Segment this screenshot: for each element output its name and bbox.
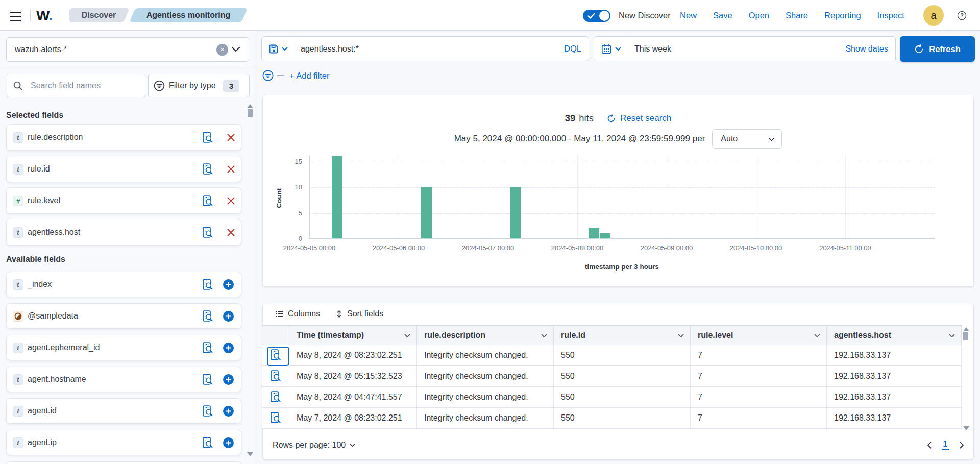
visualize-field-button[interactable]	[203, 163, 213, 178]
refresh-button[interactable]: Refresh	[900, 36, 975, 62]
index-pattern-select[interactable]: wazuh-alerts-* ✕	[6, 37, 249, 62]
add-field-button[interactable]	[223, 343, 234, 355]
columns-button[interactable]: Columns	[276, 307, 320, 320]
histogram-bar[interactable]	[421, 187, 432, 238]
expand-document-button[interactable]	[262, 366, 289, 386]
expand-document-button[interactable]	[262, 387, 289, 407]
nav-link-inspect[interactable]: Inspect	[877, 11, 904, 20]
add-field-button[interactable]	[223, 374, 234, 387]
visualize-field-button[interactable]	[203, 227, 213, 241]
visualize-field-button[interactable]	[203, 405, 213, 420]
expand-document-button[interactable]	[262, 408, 289, 428]
previous-page-button[interactable]	[926, 441, 933, 449]
remove-field-button[interactable]	[227, 197, 235, 207]
histogram-bar[interactable]	[600, 233, 610, 238]
menu-hamburger-button[interactable]	[8, 10, 22, 22]
query-language-button[interactable]: DQL	[564, 37, 581, 61]
remove-field-button[interactable]	[227, 133, 235, 144]
index-pattern-clear-button[interactable]: ✕	[216, 44, 228, 56]
query-input[interactable]: agentless.host:*	[301, 37, 359, 61]
field-card-@sampledata[interactable]: @sampledata	[6, 303, 241, 329]
table-header-cell-rule-description[interactable]: rule.description	[417, 326, 554, 345]
next-page-button[interactable]	[958, 441, 965, 449]
field-card-agent.hostname[interactable]: tagent.hostname	[6, 367, 241, 392]
table-header-cell-agentless-host[interactable]: agentless.host	[827, 326, 962, 345]
field-card-rule.id[interactable]: trule.id	[6, 156, 241, 182]
field-search-input[interactable]	[31, 75, 140, 96]
nav-link-share[interactable]: Share	[786, 11, 808, 20]
table-header-cell-rule-level[interactable]: rule.level	[691, 326, 827, 345]
column-menu-chevron-icon[interactable]	[404, 334, 410, 338]
column-menu-chevron-icon[interactable]	[814, 334, 820, 338]
wazuh-logo[interactable]: W.	[36, 8, 53, 23]
column-menu-chevron-icon[interactable]	[541, 334, 547, 338]
nav-link-open[interactable]: Open	[749, 11, 769, 20]
histogram-chart[interactable]: 0510152024-05-05 00:002024-05-06 00:0020…	[309, 156, 935, 239]
field-card-rule.level[interactable]: #rule.level	[6, 187, 241, 214]
table-scroll-up-arrow[interactable]	[963, 327, 969, 331]
histogram-bar[interactable]	[510, 187, 521, 238]
field-card-agent.id[interactable]: tagent.id	[6, 398, 241, 424]
add-field-button[interactable]	[223, 406, 234, 419]
chevron-down-icon[interactable]	[231, 46, 240, 52]
filter-by-type-button[interactable]: Filter by type 3	[148, 74, 250, 97]
date-picker-calendar-button[interactable]	[594, 37, 628, 61]
visualize-field-button[interactable]	[203, 195, 213, 209]
new-discover-toggle[interactable]	[583, 10, 610, 22]
field-type-badge-string: t	[13, 279, 23, 290]
visualize-field-button[interactable]	[203, 437, 213, 451]
breadcrumb-label: Agentless monitoring	[132, 8, 244, 22]
nav-link-reporting[interactable]: Reporting	[824, 11, 861, 20]
filter-menu-button[interactable]	[262, 70, 274, 83]
field-card-partial[interactable]	[6, 461, 241, 464]
add-field-button[interactable]	[223, 311, 234, 324]
table-header-cell-rule-id[interactable]: rule.id	[554, 326, 691, 345]
visualize-field-button[interactable]	[203, 310, 213, 325]
add-field-icon	[223, 374, 234, 385]
show-dates-button[interactable]: Show dates	[845, 37, 888, 61]
remove-field-button[interactable]	[227, 165, 235, 176]
visualize-field-button[interactable]	[203, 374, 213, 388]
expand-document-button[interactable]	[262, 345, 289, 365]
histogram-bar[interactable]	[589, 228, 599, 238]
table-scrollbar-thumb[interactable]	[963, 332, 968, 340]
breadcrumb-agentless-monitoring[interactable]: Agentless monitoring	[132, 8, 244, 22]
add-filter-button[interactable]: + Add filter	[289, 70, 329, 81]
refresh-icon	[914, 44, 924, 54]
table-scroll-down-arrow[interactable]	[963, 426, 969, 430]
sidebar-scroll-down-arrow[interactable]	[247, 452, 253, 456]
time-range-value[interactable]: This week	[634, 37, 671, 61]
field-card-agent.ephemeral_id[interactable]: tagent.ephemeral_id	[6, 335, 241, 360]
avatar[interactable]: a	[923, 5, 944, 26]
field-card-agentless.host[interactable]: tagentless.host	[6, 219, 241, 246]
saved-query-menu-button[interactable]	[262, 37, 295, 61]
field-card-_index[interactable]: t_index	[6, 272, 241, 297]
field-card-agent.ip[interactable]: tagent.ip	[6, 430, 241, 455]
breadcrumb-discover[interactable]: Discover	[69, 8, 128, 22]
field-type-badge-string: t	[13, 164, 23, 175]
field-card-rule.description[interactable]: trule.description	[6, 124, 241, 151]
field-type-badge-number: #	[13, 196, 23, 206]
field-name: agent.ip	[28, 430, 57, 455]
sidebar-scrollbar-thumb[interactable]	[248, 109, 253, 117]
interval-select[interactable]: Auto	[712, 129, 782, 149]
add-field-button[interactable]	[223, 279, 234, 292]
sort-fields-button[interactable]: Sort fields	[335, 307, 383, 320]
reset-search-button[interactable]: Reset search	[607, 113, 671, 124]
visualize-field-button[interactable]	[203, 279, 213, 293]
column-menu-chevron-icon[interactable]	[949, 334, 955, 338]
chevron-down-icon	[615, 47, 621, 51]
add-field-button[interactable]	[223, 437, 234, 450]
visualize-field-button[interactable]	[203, 342, 213, 356]
visualize-field-button[interactable]	[203, 132, 213, 146]
remove-field-button[interactable]	[227, 228, 235, 239]
column-menu-chevron-icon[interactable]	[678, 334, 684, 338]
table-header-cell-time-timestamp-[interactable]: Time (timestamp)	[289, 326, 417, 345]
nav-link-new[interactable]: New	[680, 11, 697, 20]
help-button[interactable]: ?	[957, 10, 967, 21]
nav-link-save[interactable]: Save	[713, 11, 732, 20]
page-number-1[interactable]: 1	[942, 439, 949, 450]
sidebar-scroll-up-arrow[interactable]	[247, 104, 253, 108]
histogram-bar[interactable]	[332, 156, 342, 238]
rows-per-page-button[interactable]: Rows per page: 100	[273, 439, 355, 451]
